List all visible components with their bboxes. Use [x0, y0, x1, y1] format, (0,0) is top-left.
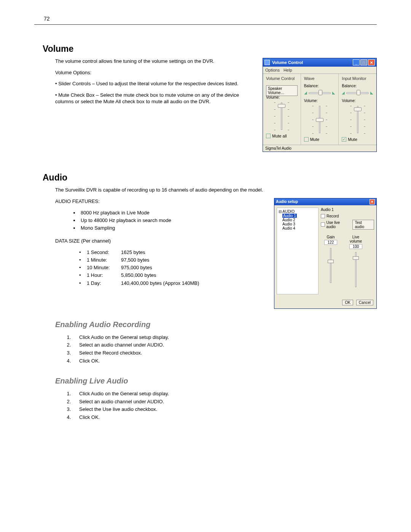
- volume-label: Volume:: [304, 99, 336, 103]
- tree-item-audio3[interactable]: Audio 3: [282, 222, 295, 226]
- mute-all-checkbox[interactable]: [266, 134, 271, 138]
- tree-item-audio2[interactable]: Audio 2: [282, 218, 295, 222]
- enable-recording-heading: Enabling Audio Recording: [55, 320, 377, 329]
- app-icon: [264, 60, 270, 65]
- window-title: Volume Control: [272, 60, 353, 65]
- live-volume-label: Live volume: [346, 235, 366, 243]
- audio-heading: Audio: [43, 173, 377, 183]
- data-size-table: •1 Second:1625 bytes •1 Minute:97,500 by…: [79, 249, 267, 287]
- speaker-left-icon: ◢: [342, 91, 345, 95]
- live-volume-value: 100: [349, 244, 362, 249]
- balance-slider-wave[interactable]: ◢ ◣: [304, 89, 336, 96]
- audio-feature: 8000 Hz playback in Live Mode: [79, 209, 267, 217]
- volume-option-2: • Mute Check Box – Select the mute check…: [55, 92, 248, 105]
- maximize-button[interactable]: □: [360, 59, 367, 66]
- minimize-button[interactable]: _: [353, 59, 360, 66]
- status-bar: SigmaTel Audio: [263, 145, 376, 152]
- volume-slider-input[interactable]: [346, 104, 369, 135]
- page-header: 72: [34, 15, 377, 25]
- volume-heading: Volume: [43, 44, 377, 54]
- ok-button[interactable]: OK: [342, 300, 353, 305]
- use-live-audio-checkbox[interactable]: [321, 222, 325, 227]
- step: Click Audio on the General setup display…: [72, 390, 377, 398]
- close-button[interactable]: ✕: [370, 199, 375, 204]
- mixer-col-title-input-monitor: Input Monitor: [342, 76, 373, 81]
- live-volume-slider[interactable]: [351, 251, 361, 289]
- audio-group-title: Audio 1: [321, 208, 374, 212]
- tree-item-audio4[interactable]: Audio 4: [282, 226, 295, 230]
- mixer-col-title-wave: Wave: [304, 76, 336, 81]
- test-audio-button[interactable]: Test audio: [352, 220, 374, 230]
- close-button[interactable]: ✕: [368, 59, 375, 66]
- use-live-audio-label: Use live audio: [327, 220, 349, 229]
- mute-all-label: Mute all: [272, 134, 287, 138]
- window-title: Audio setup: [276, 200, 370, 204]
- mute-label: Mute: [310, 137, 319, 142]
- speaker-left-icon: ◢: [304, 91, 307, 95]
- step: Select the Record checkbox.: [72, 349, 377, 357]
- data-size-label: DATA SIZE (Per channel): [55, 238, 260, 244]
- gain-slider[interactable]: [326, 246, 336, 284]
- mute-label: Mute: [348, 137, 357, 142]
- window-titlebar[interactable]: Audio setup ✕: [274, 198, 376, 205]
- enable-live-heading: Enabling Live Audio: [55, 377, 377, 385]
- step: Select the Use live audio checkbox.: [72, 406, 377, 414]
- balance-label: Balance:: [342, 84, 373, 88]
- gain-value: 122: [324, 240, 337, 245]
- volume-slider-main[interactable]: [270, 101, 293, 131]
- step: Click OK.: [72, 357, 377, 365]
- mute-input-checkbox[interactable]: ✓: [342, 137, 346, 142]
- record-label: Record: [327, 214, 339, 218]
- mute-wave-checkbox[interactable]: [304, 137, 309, 142]
- volume-intro: The volume control allows fine tuning of…: [55, 58, 248, 65]
- tree-item-audio1[interactable]: Audio 1: [282, 214, 297, 218]
- record-checkbox[interactable]: [321, 214, 325, 218]
- step: Click Audio on the General setup display…: [72, 334, 377, 342]
- audio-feature: Up to 48000 Hz playback in search mode: [79, 217, 267, 224]
- audio-setup-window: Audio setup ✕ ⊟ AUDIO Audio 1 Audio 2 Au…: [274, 198, 377, 309]
- menu-options[interactable]: Options: [265, 68, 280, 72]
- speaker-right-icon: ◣: [332, 91, 335, 95]
- audio-features-label: AUDIO FEATURES:: [55, 198, 260, 205]
- window-titlebar[interactable]: Volume Control _ □ ✕: [263, 58, 376, 67]
- volume-option-1: • Slider Controls – Used to adjust the l…: [55, 80, 248, 87]
- audio-intro: The Surveillix DVR is capable of recordi…: [55, 187, 369, 193]
- step: Select an audio channel under AUDIO.: [72, 398, 377, 406]
- volume-slider-wave[interactable]: [308, 104, 331, 135]
- step: Click OK.: [72, 414, 377, 422]
- gain-label: Gain: [321, 235, 341, 239]
- volume-control-window: Volume Control _ □ ✕ Options Help Volume…: [263, 58, 377, 152]
- step: Select an audio channel under AUDIO.: [72, 341, 377, 349]
- mixer-col-title-volume-control: Volume Control: [266, 76, 298, 81]
- menu-help[interactable]: Help: [284, 68, 292, 72]
- audio-channel-tree[interactable]: ⊟ AUDIO Audio 1 Audio 2 Audio 3 Audio 4: [277, 208, 319, 294]
- balance-slider-input[interactable]: ◢ ◣: [342, 89, 373, 96]
- audio-feature: Mono Sampling: [79, 224, 267, 232]
- volume-label: Volume:: [342, 99, 373, 103]
- volume-options-label: Volume Options:: [55, 69, 248, 76]
- speaker-right-icon: ◣: [370, 91, 373, 95]
- speaker-volume-button[interactable]: Speaker Volume…: [266, 85, 298, 96]
- balance-label: Balance:: [304, 84, 336, 88]
- page-number: 72: [34, 16, 50, 22]
- cancel-button[interactable]: Cancel: [356, 300, 373, 305]
